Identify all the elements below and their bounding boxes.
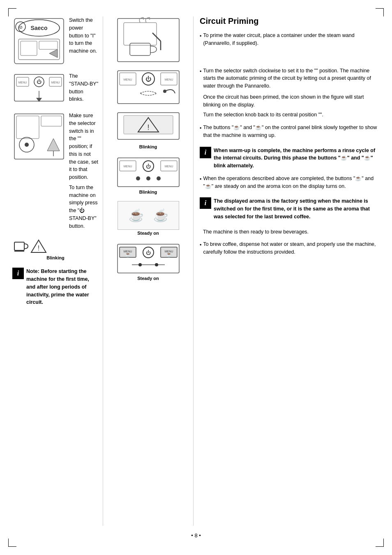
svg-rect-30 — [124, 23, 157, 45]
mid-section-1 — [107, 16, 189, 64]
svg-rect-46 — [118, 158, 179, 187]
mid-section-2: MENU MENU ⏻ — [107, 69, 189, 106]
right-bullet-2: • Turn the selector switch clockwise to … — [200, 67, 380, 119]
svg-text:MENU: MENU — [51, 81, 60, 84]
svg-text:!: ! — [38, 245, 39, 252]
left-row-3-text: Make sure the selector switch is in the … — [69, 112, 99, 230]
note-box-2: i The displayed aroma is the factory set… — [200, 197, 380, 220]
svg-text:⏻: ⏻ — [37, 79, 42, 85]
svg-point-68 — [138, 263, 142, 266]
svg-text:MENU: MENU — [164, 78, 173, 81]
blinking-label-mid-1: Blinking — [139, 144, 157, 149]
right-bullet-5: The machine is then ready to brew bevera… — [200, 228, 380, 236]
steady-on-box-1: ☕ ☕ — [118, 201, 179, 230]
note-box-left: i Note: Before starting the machine for … — [12, 268, 99, 306]
svg-text:MENU: MENU — [18, 81, 27, 84]
note-icon-2: i — [200, 197, 211, 209]
left-row-1-text: Switch the power button to "I" to turn t… — [69, 16, 99, 55]
note-text-2: The displayed aroma is the factory setti… — [214, 197, 380, 220]
svg-text:Saeco: Saeco — [30, 25, 47, 31]
note-text-left: Note: Before starting the machine for th… — [26, 268, 99, 306]
corner-mark-tr — [376, 8, 384, 16]
machine-image-2: MENU MENU ⏻ — [12, 72, 66, 105]
svg-point-54 — [146, 176, 150, 180]
svg-text:⏻: ⏻ — [146, 250, 151, 256]
blinking-label-mid-2: Blinking — [139, 190, 157, 194]
corner-mark-br — [376, 539, 384, 547]
right-bullet-1: • To prime the water circuit, place a co… — [200, 32, 380, 47]
mid-column: MENU MENU ⏻ — [103, 16, 193, 526]
svg-text:☕: ☕ — [166, 251, 172, 257]
svg-marker-8 — [49, 49, 58, 58]
svg-point-53 — [136, 176, 140, 180]
steady-label-2: Steady on — [137, 276, 159, 281]
svg-text:☕: ☕ — [125, 251, 131, 257]
right-column: Circuit Priming • To prime the water cir… — [193, 16, 380, 526]
svg-point-22 — [25, 143, 29, 147]
svg-point-55 — [157, 176, 161, 180]
left-row-2: MENU MENU ⏻ The "STAND-BY" button blinks… — [12, 72, 99, 105]
mid-section-4: MENU MENU ⏻ Blinking — [107, 156, 189, 196]
page-number: • 8 • — [12, 532, 380, 539]
blinking-label-left: Blinking — [12, 255, 99, 260]
svg-text:☕: ☕ — [153, 208, 168, 223]
svg-rect-25 — [14, 242, 24, 250]
right-bullet-4: • When the operations described above ar… — [200, 175, 380, 190]
steady-label-1: Steady on — [137, 231, 159, 236]
svg-text:⏻: ⏻ — [146, 164, 151, 169]
svg-text:!: ! — [147, 123, 149, 132]
svg-rect-7 — [39, 41, 58, 49]
svg-text:MENU: MENU — [123, 78, 132, 81]
svg-point-69 — [155, 263, 158, 266]
svg-point-41 — [163, 90, 166, 93]
note-icon-1: i — [200, 147, 211, 158]
svg-text:MENU: MENU — [123, 165, 132, 168]
mid-section-3: ! Blinking — [107, 111, 189, 151]
note-icon-left: i — [12, 268, 24, 279]
left-row-2-text: The "STAND-BY" button blinks. — [69, 72, 99, 103]
corner-mark-tl — [8, 8, 16, 16]
svg-marker-23 — [47, 139, 60, 151]
machine-image-3 — [12, 112, 66, 161]
right-bullet-3: • The buttons "☕" and "☕" on the control… — [200, 124, 380, 139]
left-row-3: Make sure the selector switch is in the … — [12, 112, 99, 230]
right-bullet-6: • To brew coffee, dispense hot water or … — [200, 240, 380, 256]
mid-section-6: MENU ☕ MENU ☕ ⏻ Steady on — [107, 242, 189, 282]
mid-section-5: ☕ ☕ Steady on — [107, 201, 189, 237]
left-column: Saeco ⊘ Switch the — [12, 16, 103, 526]
machine-image-1: Saeco ⊘ — [12, 16, 66, 66]
section-title: Circuit Priming — [200, 16, 380, 26]
svg-rect-6 — [21, 41, 37, 56]
svg-text:☕: ☕ — [128, 208, 144, 223]
svg-rect-19 — [16, 116, 39, 139]
note-box-1: i When warm-up is complete, the machine … — [200, 147, 380, 170]
left-row-1: Saeco ⊘ Switch the — [12, 16, 99, 66]
corner-mark-bl — [8, 539, 16, 547]
note-text-1: When warm-up is complete, the machine pe… — [214, 147, 380, 170]
svg-text:MENU: MENU — [164, 165, 173, 168]
left-blinking-section: ! Blinking — [12, 238, 99, 262]
svg-text:⏻: ⏻ — [145, 76, 151, 82]
svg-rect-20 — [41, 116, 62, 126]
svg-text:⊘: ⊘ — [19, 25, 23, 30]
